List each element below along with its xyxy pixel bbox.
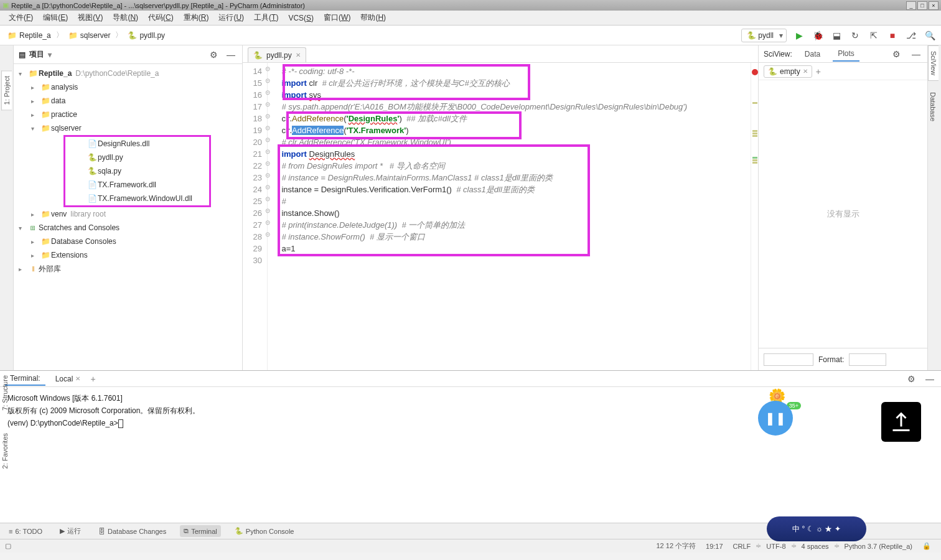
- add-terminal-button[interactable]: +: [90, 374, 95, 384]
- menu-f[interactable]: 文件(F): [5, 11, 37, 24]
- status-indent[interactable]: 4 spaces: [797, 543, 834, 550]
- tree-file[interactable]: 📄TX.Framework.WindowUI.dll: [65, 192, 209, 205]
- tab-plots[interactable]: Plots: [833, 47, 859, 62]
- menu-h[interactable]: 帮助(H): [357, 11, 390, 24]
- code-line[interactable]: # instance = DesignRules.MaintainForms.M…: [273, 172, 751, 184]
- code-line[interactable]: # print(instance.DeleteJudge(1)) # 一个简单的…: [273, 219, 751, 231]
- code-line[interactable]: # instance.ShowForm() # 显示一个窗口: [273, 231, 751, 243]
- gear-icon[interactable]: ⚙: [890, 48, 902, 60]
- close-icon[interactable]: ✕: [75, 375, 80, 382]
- code-line[interactable]: import DesignRules: [273, 148, 751, 160]
- breadcrumb-item[interactable]: 📁sqlserver: [66, 30, 113, 41]
- debug-button[interactable]: 🐞: [812, 29, 824, 42]
- hide-panel-button[interactable]: —: [225, 49, 237, 61]
- close-button[interactable]: ×: [929, 1, 939, 10]
- add-plot-button[interactable]: +: [816, 67, 821, 77]
- code-line[interactable]: # from DesignRules import * # 导入命名空间: [273, 160, 751, 172]
- tree-root[interactable]: ▾📁Reptile_aD:\pythonCode\Reptile_a: [14, 67, 242, 80]
- close-icon[interactable]: ✕: [803, 68, 808, 75]
- menu-t[interactable]: 工具(T): [250, 11, 282, 24]
- hide-panel-button[interactable]: —: [910, 48, 922, 60]
- code-line[interactable]: a=1: [273, 243, 751, 254]
- run-config-dropdown[interactable]: 🐍 pydll: [741, 29, 787, 42]
- search-icon[interactable]: 🔍: [924, 29, 936, 42]
- code-editor[interactable]: # -*- coding: utf-8 -*- import clr # clr…: [268, 63, 751, 370]
- tab-data[interactable]: Data: [800, 47, 825, 61]
- status-interpreter[interactable]: Python 3.7 (Reptile_a): [840, 543, 917, 550]
- menu-w[interactable]: 窗口(W): [320, 11, 354, 24]
- sciview-tool-tab[interactable]: SciView: [928, 45, 939, 81]
- python-console-tab[interactable]: 🐍Python Console: [231, 525, 298, 537]
- todo-tab[interactable]: ≡6: TODO: [5, 526, 46, 537]
- plot-name-input[interactable]: [764, 353, 813, 366]
- vcs-button[interactable]: ⎇: [905, 29, 917, 42]
- format-input[interactable]: [849, 353, 886, 366]
- stop-button[interactable]: ■: [886, 29, 899, 42]
- tree-file[interactable]: 📄DesignRules.dll: [65, 137, 209, 151]
- code-line[interactable]: instance.Show(): [273, 207, 751, 219]
- editor-tab-pydll[interactable]: 🐍 pydll.py ✕: [248, 47, 306, 62]
- hide-panel-button[interactable]: —: [924, 373, 936, 385]
- close-icon[interactable]: ✕: [296, 52, 301, 58]
- code-line[interactable]: import sys: [273, 89, 751, 101]
- terminal-line[interactable]: (venv) D:\pythonCode\Reptile_a>: [7, 417, 934, 429]
- code-line[interactable]: # clr.AddReference('TX.Framework.WindowU…: [273, 136, 751, 148]
- tree-folder-data[interactable]: ▸📁data: [14, 94, 242, 108]
- tree-scratches[interactable]: ▾🗉Scratches and Consoles: [14, 221, 242, 235]
- warning-marker[interactable]: [752, 162, 757, 164]
- error-stripe[interactable]: [751, 63, 758, 370]
- code-line[interactable]: # sys.path.append(r'E:\A016_BOM功能模块开发\B0…: [273, 101, 751, 113]
- menu-c[interactable]: 代码(C): [144, 11, 177, 24]
- run-button[interactable]: ▶: [793, 29, 805, 42]
- upload-button[interactable]: [881, 402, 921, 442]
- tree-extensions[interactable]: ▸📁Extensions: [14, 248, 242, 262]
- minimize-button[interactable]: _: [906, 1, 916, 10]
- tree-venv[interactable]: ▸📁venvlibrary root: [14, 207, 242, 221]
- menu-e[interactable]: 编辑(E): [39, 11, 72, 24]
- breadcrumb-item[interactable]: 📁Reptile_a: [5, 30, 54, 41]
- warning-marker[interactable]: [752, 133, 757, 134]
- gear-icon[interactable]: ⚙: [207, 49, 220, 61]
- code-line[interactable]: instance = DesignRules.Verification.VerF…: [273, 184, 751, 195]
- database-tool-tab[interactable]: Database: [928, 87, 938, 126]
- database-changes-tab[interactable]: 🗄Database Changes: [95, 526, 170, 537]
- project-tree[interactable]: ▾📁Reptile_aD:\pythonCode\Reptile_a▸📁anal…: [14, 64, 242, 370]
- chevron-down-icon[interactable]: ▾: [48, 50, 52, 59]
- status-position[interactable]: 12 12 个字符: [651, 541, 701, 551]
- code-line[interactable]: import clr # clr是公共运行时环境，这个模块是与C#交互的核心: [273, 77, 751, 89]
- tree-external-libs[interactable]: ▸⦀外部库: [14, 262, 242, 276]
- maximize-button[interactable]: □: [917, 1, 927, 10]
- terminal-tab-local[interactable]: Local ✕: [52, 373, 85, 385]
- warning-marker[interactable]: [752, 102, 757, 104]
- code-line[interactable]: [273, 254, 751, 266]
- status-encoding[interactable]: UTF-8: [761, 543, 790, 550]
- plot-tab-empty[interactable]: 🐍 empty ✕: [764, 65, 812, 78]
- ime-toolbar[interactable]: 中 ° ☾ ☼ ★ ✦: [767, 516, 866, 541]
- code-line[interactable]: clr.AddReference('DesignRules') ## 加载c#d…: [273, 113, 751, 124]
- profile-button[interactable]: ↻: [849, 29, 861, 42]
- status-icon[interactable]: ▢: [5, 542, 11, 550]
- attach-button[interactable]: ⇱: [868, 29, 880, 42]
- lock-icon[interactable]: 🔒: [917, 542, 936, 550]
- project-tool-tab[interactable]: 1: Project: [1, 70, 12, 110]
- code-line[interactable]: #: [273, 195, 751, 207]
- menu-r[interactable]: 重构(R): [180, 11, 213, 24]
- menu-v[interactable]: 视图(V): [74, 11, 106, 24]
- gear-icon[interactable]: ⚙: [905, 373, 917, 385]
- code-line[interactable]: # -*- coding: utf-8 -*-: [273, 65, 751, 77]
- code-line[interactable]: clr.AddReference('TX.Framework'): [273, 124, 751, 136]
- menu-u[interactable]: 运行(U): [215, 11, 248, 24]
- breadcrumb-item[interactable]: 🐍pydll.py: [125, 30, 167, 41]
- tree-folder-sqlserver[interactable]: ▾📁sqlserver: [14, 121, 242, 135]
- coverage-button[interactable]: ⬓: [830, 29, 843, 42]
- tree-file[interactable]: 📄TX.Framework.dll: [65, 178, 209, 192]
- terminal-tab[interactable]: ⧉Terminal: [180, 525, 221, 537]
- warning-marker[interactable]: [752, 159, 757, 161]
- tree-file[interactable]: 🐍sqla.py: [65, 164, 209, 178]
- menu-s[interactable]: VCS(S): [284, 12, 317, 24]
- tree-database-consoles[interactable]: ▸📁Database Consoles: [14, 235, 242, 248]
- menu-n[interactable]: 导航(N): [109, 11, 142, 24]
- status-eol[interactable]: CRLF: [728, 543, 756, 550]
- warning-marker[interactable]: [752, 135, 757, 137]
- warning-marker[interactable]: [752, 130, 757, 132]
